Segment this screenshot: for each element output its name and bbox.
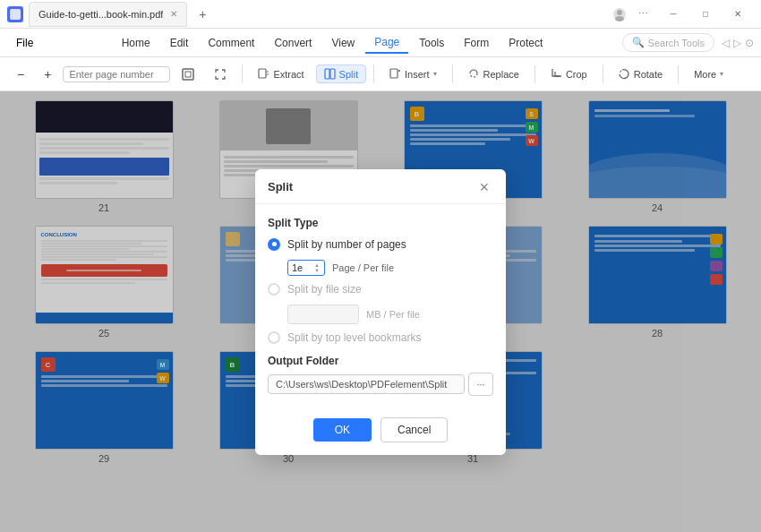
- dialog-title: Split: [268, 180, 293, 193]
- separator-1: [242, 65, 243, 83]
- mb-label: MB / Per file: [366, 309, 420, 320]
- back-icon[interactable]: ◁: [722, 37, 730, 49]
- search-icon: 🔍: [632, 37, 645, 48]
- zoom-in-button[interactable]: +: [36, 64, 59, 85]
- split-label: Split: [339, 69, 358, 80]
- maximize-button[interactable]: □: [689, 2, 722, 27]
- output-folder-label: Output Folder: [268, 355, 493, 367]
- tab-close-icon[interactable]: ✕: [170, 9, 177, 19]
- svg-rect-9: [325, 69, 329, 79]
- svg-rect-10: [330, 69, 335, 79]
- insert-label: Insert: [405, 69, 430, 80]
- option-bookmarks: Split by top level bookmarks: [268, 331, 493, 344]
- fit-page-button[interactable]: [174, 64, 202, 84]
- menu-bar: File Home Edit Comment Convert View Page…: [0, 29, 761, 57]
- page-nav: − +: [9, 64, 235, 85]
- per-file-label: Page / Per file: [332, 262, 394, 273]
- svg-rect-4: [183, 69, 193, 80]
- app-icon: [7, 6, 23, 22]
- split-button[interactable]: Split: [316, 64, 366, 83]
- page-count-spinners: ▲ ▼: [313, 262, 321, 273]
- output-path-field[interactable]: C:\Users\ws\Desktop\PDFelement\Split: [268, 374, 465, 394]
- ok-button[interactable]: OK: [313, 418, 372, 442]
- crop-icon: [551, 68, 562, 80]
- crop-label: Crop: [566, 69, 587, 80]
- tab-label: Guide-to-getti...book-min.pdf: [38, 9, 163, 20]
- menu-convert[interactable]: Convert: [265, 33, 321, 53]
- separator-5: [603, 65, 603, 83]
- title-bar-left: Guide-to-getti...book-min.pdf ✕ +: [7, 2, 612, 27]
- rotate-button[interactable]: Rotate: [611, 64, 671, 83]
- insert-button[interactable]: Insert ▾: [381, 64, 445, 83]
- fit-page-icon: [182, 68, 194, 81]
- minimize-button[interactable]: ─: [657, 2, 689, 27]
- browse-button[interactable]: ···: [468, 373, 493, 396]
- tab-item[interactable]: Guide-to-getti...book-min.pdf ✕: [29, 2, 187, 27]
- spin-down-button[interactable]: ▼: [313, 268, 321, 273]
- separator-3: [452, 65, 453, 83]
- svg-rect-0: [10, 9, 21, 20]
- radio-bookmarks-circle[interactable]: [268, 331, 280, 344]
- dialog-header: Split ✕: [255, 169, 506, 204]
- page-count-input[interactable]: 1e ▲ ▼: [287, 260, 325, 276]
- menu-right: 🔍 Search Tools ◁ ▷ ⊙: [622, 33, 754, 52]
- more-button[interactable]: More ▾: [686, 65, 731, 83]
- replace-button[interactable]: Replace: [460, 64, 527, 83]
- dialog-footer: OK Cancel: [255, 408, 506, 455]
- zoom-out-icon: −: [17, 67, 24, 82]
- more-chevron: ▾: [720, 70, 723, 78]
- page-number-input[interactable]: [63, 66, 170, 82]
- menu-home[interactable]: Home: [113, 33, 159, 53]
- option-filesize-label: Split by file size: [287, 283, 362, 296]
- menu-tools[interactable]: Tools: [410, 33, 453, 53]
- extract-button[interactable]: Extract: [250, 64, 312, 83]
- option-bookmarks-label: Split by top level bookmarks: [287, 331, 421, 344]
- zoom-out-button[interactable]: −: [9, 64, 32, 85]
- menu-view[interactable]: View: [322, 33, 363, 53]
- extract-icon: [258, 68, 269, 80]
- window-controls: ─ □ ✕: [657, 2, 754, 27]
- menu-page[interactable]: Page: [365, 32, 408, 54]
- search-label: Search Tools: [648, 38, 705, 48]
- svg-point-3: [615, 16, 624, 21]
- insert-icon: [389, 68, 401, 80]
- option-filesize: Split by file size: [268, 283, 493, 296]
- dialog-overlay: Split ✕ Split Type Split by number of pa…: [0, 91, 761, 532]
- help-icon[interactable]: ⊙: [745, 37, 754, 49]
- dialog-close-button[interactable]: ✕: [475, 178, 493, 196]
- forward-icon[interactable]: ▷: [733, 37, 741, 49]
- menu-protect[interactable]: Protect: [500, 33, 552, 53]
- menu-file[interactable]: File: [7, 29, 42, 56]
- profile-icon[interactable]: [612, 7, 627, 21]
- menu-dots-icon[interactable]: ⋯: [636, 7, 650, 21]
- expand-button[interactable]: [206, 64, 235, 84]
- zoom-in-icon: +: [44, 67, 51, 82]
- toolbar: − + Extract Split Insert ▾ Replace Crop: [0, 57, 761, 91]
- separator-4: [534, 65, 535, 83]
- menu-form[interactable]: Form: [455, 33, 498, 53]
- radio-pages-circle[interactable]: [268, 238, 280, 251]
- radio-filesize-circle[interactable]: [268, 283, 280, 296]
- svg-rect-11: [390, 69, 398, 78]
- option-pages-label: Split by number of pages: [287, 238, 406, 251]
- separator-6: [678, 65, 679, 83]
- insert-chevron: ▾: [433, 70, 437, 78]
- mb-input-field: [287, 305, 359, 324]
- split-dialog: Split ✕ Split Type Split by number of pa…: [255, 169, 506, 455]
- option-pages: Split by number of pages: [268, 238, 493, 251]
- replace-label: Replace: [483, 69, 519, 80]
- output-path-row: C:\Users\ws\Desktop\PDFelement\Split ···: [268, 373, 493, 396]
- tab-add-button[interactable]: +: [192, 4, 212, 24]
- cancel-button[interactable]: Cancel: [380, 417, 448, 442]
- menu-comment[interactable]: Comment: [199, 33, 263, 53]
- output-section: Output Folder C:\Users\ws\Desktop\PDFele…: [268, 355, 493, 396]
- crop-button[interactable]: Crop: [543, 64, 595, 83]
- close-button[interactable]: ✕: [722, 2, 754, 27]
- split-options: Split by number of pages 1e ▲ ▼ Page / P…: [268, 238, 493, 344]
- rotate-icon: [619, 68, 630, 80]
- mb-input-row: MB / Per file: [287, 305, 493, 324]
- search-tools-field[interactable]: 🔍 Search Tools: [622, 33, 714, 52]
- menu-edit[interactable]: Edit: [161, 33, 198, 53]
- replace-icon: [468, 68, 480, 80]
- rotate-label: Rotate: [634, 69, 663, 80]
